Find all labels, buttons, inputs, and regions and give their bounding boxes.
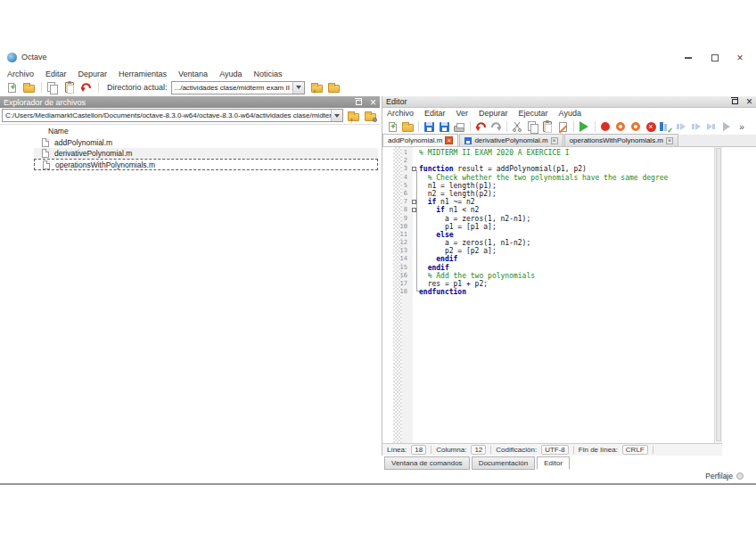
code-text: % Add the two polynomials	[419, 272, 714, 280]
tab-addpolynomial[interactable]: addPolynomial.m	[382, 134, 458, 146]
menu-ventana[interactable]: Ventana	[178, 70, 208, 78]
maximize-button[interactable]	[704, 51, 726, 64]
redo-button[interactable]	[489, 119, 503, 134]
open-button[interactable]	[400, 119, 415, 134]
scrollbar-thumb[interactable]	[716, 148, 721, 441]
file-icon	[43, 160, 50, 169]
code-editor-area[interactable]: 1% MIDTERM II EXAM 2020 A EXERCICE I23fu…	[382, 147, 722, 443]
file-row-selected[interactable]: operationsWithPolynomials.m	[34, 159, 378, 170]
toolbar-overflow-button[interactable]	[735, 119, 749, 134]
tab-close-icon[interactable]	[445, 136, 453, 144]
editor-menu-ver[interactable]: Ver	[456, 109, 469, 118]
tab-derivativepolynomial[interactable]: derivativePolynomial.m	[459, 134, 563, 146]
paste-button[interactable]	[540, 119, 555, 134]
step-in-button[interactable]	[689, 119, 703, 134]
current-dir-combobox[interactable]: .../actividades clase/midterm exam II 20…	[171, 81, 305, 94]
cut-icon	[512, 121, 522, 132]
editor-toolbar	[382, 119, 756, 135]
toggle-breakpoint-button[interactable]	[659, 119, 673, 134]
file-list[interactable]: Name addPolynomial.m derivativePolynomia…	[0, 124, 380, 179]
close-button[interactable]	[729, 51, 751, 64]
open-button[interactable]	[21, 80, 37, 94]
column-value: 12	[471, 445, 486, 455]
fold-marker-icon[interactable]	[412, 208, 416, 212]
save-button[interactable]	[422, 119, 436, 134]
tab-operationswithpolynomials[interactable]: operationsWithPolynomials.m	[564, 134, 678, 146]
step-out-button[interactable]	[704, 119, 719, 134]
new-script-button[interactable]	[385, 119, 399, 134]
undock-icon[interactable]	[732, 99, 738, 104]
record-button[interactable]	[598, 119, 612, 134]
fold-marker-icon[interactable]	[412, 167, 416, 171]
remove-breakpoints-button[interactable]	[644, 119, 658, 134]
undo-button[interactable]	[78, 80, 94, 94]
new-script-button[interactable]	[4, 80, 20, 94]
step-out-icon	[707, 123, 716, 130]
dock-tab-documentation[interactable]: Documentación	[472, 456, 536, 470]
fold-margin	[410, 157, 419, 165]
print-button[interactable]	[452, 119, 466, 134]
file-row[interactable]: addPolynomial.m	[34, 137, 378, 148]
explorer-dir-up-button[interactable]	[346, 109, 361, 123]
edit-function-button[interactable]	[555, 119, 570, 134]
minimize-button[interactable]	[678, 51, 699, 64]
menu-ayuda[interactable]: Ayuda	[219, 70, 242, 78]
chevron-down-icon[interactable]	[292, 82, 304, 94]
undo-button[interactable]	[473, 119, 488, 134]
eol-value[interactable]: CRLF	[622, 445, 648, 455]
tab-close-icon[interactable]	[551, 137, 558, 144]
file-row[interactable]: derivativePolynomial.m	[34, 148, 378, 159]
folder-actions-icon	[365, 113, 376, 121]
code-text: endif	[419, 255, 714, 263]
fold-margin	[410, 198, 419, 206]
editor-menu-editar[interactable]: Editar	[424, 109, 446, 118]
browse-dir-button[interactable]	[326, 80, 341, 94]
cut-button[interactable]	[510, 119, 524, 134]
previous-breakpoint-button[interactable]	[629, 119, 643, 134]
step-button[interactable]	[674, 119, 688, 134]
dir-up-button[interactable]	[309, 80, 325, 94]
explorer-actions-button[interactable]	[363, 109, 378, 123]
toolbar-separator	[470, 121, 471, 132]
fold-marker-icon[interactable]	[412, 200, 416, 204]
file-explorer-pathrow: C:/Users/MediamarktCastellon/Documents/o…	[0, 108, 380, 123]
menu-herramientas[interactable]: Herramientas	[119, 70, 167, 78]
menu-editar[interactable]: Editar	[45, 70, 67, 78]
fold-margin	[410, 247, 419, 255]
menu-depurar[interactable]: Depurar	[78, 70, 108, 78]
tab-close-icon[interactable]	[666, 137, 673, 144]
chevron-down-icon[interactable]	[331, 110, 342, 121]
close-panel-icon[interactable]	[746, 96, 752, 107]
paste-button[interactable]	[62, 80, 77, 94]
line-number: 12	[382, 239, 410, 247]
next-breakpoint-button[interactable]	[613, 119, 628, 134]
editor-statusbar: Línea: 18 Columna: 12 Codificación: UTF-…	[382, 443, 722, 456]
copy-icon	[47, 82, 57, 93]
copy-button[interactable]	[525, 119, 539, 134]
line-label: Línea:	[387, 446, 407, 454]
profiler-toggle-icon[interactable]	[736, 472, 744, 480]
new-script-icon	[389, 122, 397, 132]
step-icon	[677, 123, 686, 130]
editor-menu-ejecutar[interactable]: Ejecutar	[519, 109, 548, 118]
editor-menu-ayuda[interactable]: Ayuda	[559, 109, 581, 118]
close-panel-icon[interactable]	[370, 97, 376, 108]
continue-button[interactable]	[719, 119, 734, 134]
undock-icon[interactable]	[356, 100, 362, 105]
dock-tab-command-window[interactable]: Ventana de comandos	[384, 456, 470, 470]
menu-noticias[interactable]: Noticias	[253, 70, 282, 78]
line-number: 18	[382, 288, 410, 296]
line-number: 6	[382, 190, 410, 198]
vertical-scrollbar[interactable]	[714, 147, 722, 443]
explorer-path-combobox[interactable]: C:/Users/MediamarktCastellon/Documents/o…	[2, 109, 343, 122]
toolbar-separator	[595, 121, 596, 132]
fold-margin	[410, 190, 419, 198]
code-lines[interactable]: 1% MIDTERM II EXAM 2020 A EXERCICE I23fu…	[382, 149, 714, 296]
dock-tab-editor[interactable]: Editor	[537, 456, 570, 470]
run-button[interactable]	[577, 119, 591, 134]
save-as-button[interactable]	[437, 119, 451, 134]
copy-button[interactable]	[45, 80, 60, 94]
editor-menu-depurar[interactable]: Depurar	[479, 109, 508, 118]
encoding-value[interactable]: UTF-8	[541, 445, 569, 455]
column-header-name[interactable]: Name	[48, 127, 69, 136]
